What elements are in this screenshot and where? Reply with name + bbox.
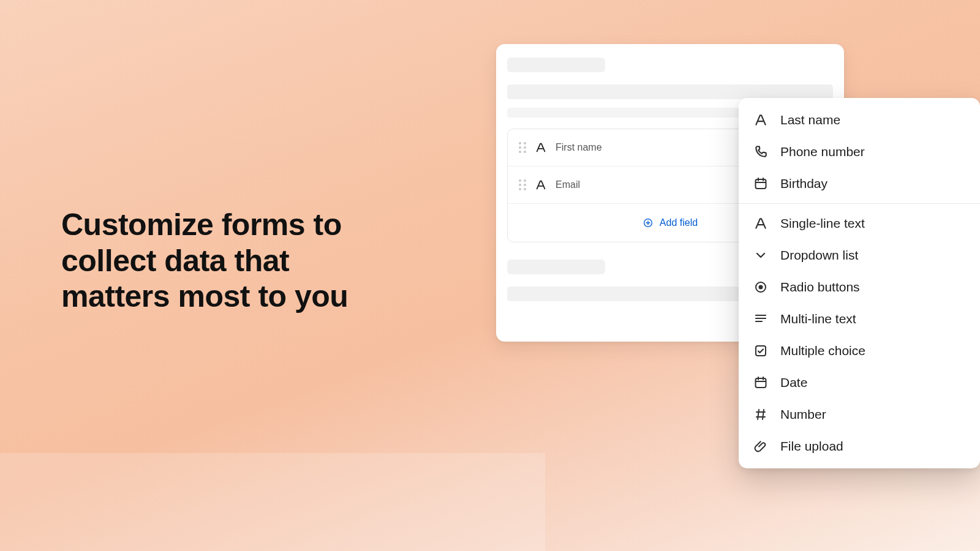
field-option-last-name[interactable]: Last name	[739, 104, 980, 136]
placeholder-section-title	[507, 58, 605, 72]
menu-item-label: Multi-line text	[780, 312, 856, 326]
marketing-headline: Customize forms to collect data that mat…	[61, 207, 404, 315]
drag-handle-icon[interactable]	[519, 179, 526, 190]
menu-item-label: Multiple choice	[780, 343, 865, 358]
field-label: Email	[556, 179, 580, 190]
field-option-single-line-text[interactable]: Single-line text	[739, 208, 980, 239]
field-option-file-upload[interactable]: File upload	[739, 430, 980, 462]
text-icon	[535, 141, 547, 154]
field-option-radio-buttons[interactable]: Radio buttons	[739, 271, 980, 303]
menu-item-label: Radio buttons	[780, 280, 860, 294]
field-option-dropdown-list[interactable]: Dropdown list	[739, 239, 980, 271]
field-option-birthday[interactable]: Birthday	[739, 168, 980, 200]
text-icon	[753, 113, 768, 127]
field-option-multi-line-text[interactable]: Multi-line text	[739, 303, 980, 335]
field-option-date[interactable]: Date	[739, 367, 980, 399]
field-option-phone-number[interactable]: Phone number	[739, 136, 980, 168]
menu-item-label: Last name	[780, 113, 840, 127]
menu-item-label: Phone number	[780, 144, 865, 159]
menu-item-label: Date	[780, 375, 807, 390]
checkbox-icon	[753, 343, 768, 358]
menu-item-label: Dropdown list	[780, 248, 858, 263]
chevron-down-icon	[753, 248, 768, 263]
calendar-icon	[753, 375, 768, 390]
hash-icon	[753, 407, 768, 422]
text-icon	[535, 179, 547, 191]
calendar-icon	[753, 176, 768, 191]
menu-divider	[739, 203, 980, 204]
menu-item-label: Single-line text	[780, 216, 865, 231]
placeholder-section-title	[507, 260, 605, 274]
field-type-popover: Last name Phone number Birthday Single-l…	[739, 98, 980, 468]
drag-handle-icon[interactable]	[519, 142, 526, 153]
menu-item-label: Birthday	[780, 176, 827, 191]
menu-item-label: Number	[780, 407, 826, 422]
field-option-multiple-choice[interactable]: Multiple choice	[739, 335, 980, 367]
multiline-icon	[753, 312, 768, 326]
add-field-label: Add field	[660, 217, 698, 228]
text-icon	[753, 216, 768, 231]
placeholder-line	[507, 84, 833, 99]
field-option-number[interactable]: Number	[739, 399, 980, 430]
menu-item-label: File upload	[780, 439, 843, 454]
plus-circle-icon	[643, 217, 654, 228]
attachment-icon	[753, 439, 768, 454]
radio-icon	[753, 280, 768, 294]
phone-icon	[753, 144, 768, 159]
field-label: First name	[556, 142, 602, 153]
background-accent-block	[0, 453, 545, 551]
